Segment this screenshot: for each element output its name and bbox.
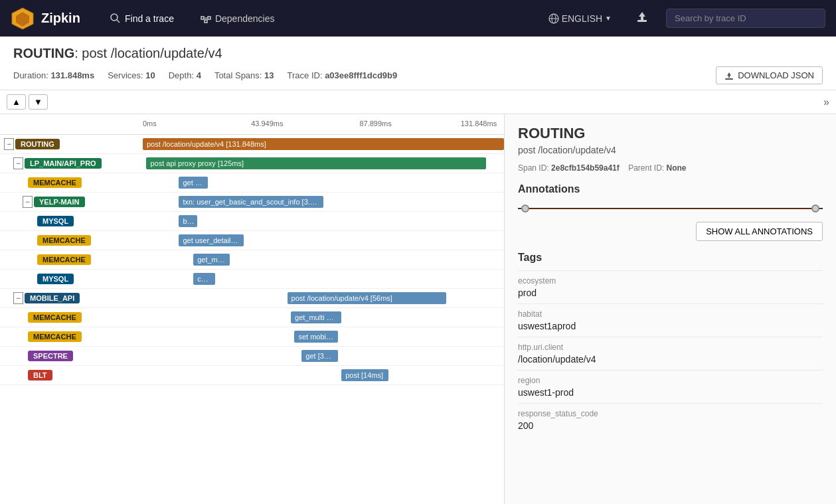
- service-badge[interactable]: LP_MAIN/API_PRO: [25, 158, 102, 169]
- span-bar[interactable]: commit [374μs]: [193, 273, 215, 285]
- span-bar[interactable]: get_multi my_cache_name_v1 [233μs]: [193, 254, 229, 266]
- span-label-area: −YELP-MAIN: [0, 195, 143, 209]
- span-bar-label: get [3ms]: [305, 352, 333, 360]
- span-bar-area: set mobile_api_nonce [1.026ms]: [143, 327, 504, 346]
- service-badge[interactable]: BLT: [28, 370, 52, 380]
- parent-id-label: Parent ID:: [628, 163, 666, 173]
- service-badge[interactable]: MEMCACHE: [28, 331, 82, 342]
- upload-button[interactable]: [631, 7, 653, 30]
- service-badge[interactable]: MOBILE_API: [25, 293, 80, 303]
- svg-line-3: [117, 20, 120, 23]
- nav-find-trace-label: Find a trace: [125, 13, 174, 24]
- span-toggle-button[interactable]: −: [4, 138, 14, 150]
- span-row: MEMCACHEget_multi mobile_api_nonce [1.06…: [0, 308, 504, 327]
- left-panel: 0ms 43.949ms 87.899ms 131.848ms −ROUTING…: [0, 114, 505, 504]
- nav-dependencies-label: Dependencies: [215, 13, 275, 24]
- collapse-down-button[interactable]: ▼: [29, 94, 48, 110]
- tags-section: Tags ecosystemprodhabitatuswest1aprodhtt…: [518, 252, 823, 436]
- span-label-area: MEMCACHE: [0, 330, 143, 343]
- annotation-dot-start: [521, 205, 529, 212]
- parent-id-value: None: [666, 163, 686, 173]
- timeline-times: 0ms 43.949ms 87.899ms 131.848ms: [143, 114, 504, 134]
- span-row: SPECTREget [3ms]: [0, 347, 504, 366]
- span-bar[interactable]: post /location/update/v4 [56ms]: [288, 292, 446, 304]
- service-badge[interactable]: MYSQL: [37, 274, 74, 284]
- service-badge[interactable]: YELP-MAIN: [34, 197, 85, 207]
- span-bar[interactable]: post /location/update/v4 [131.848ms]: [143, 138, 504, 150]
- timeline-labels: [0, 114, 143, 134]
- service-badge[interactable]: SPECTRE: [28, 351, 73, 361]
- span-bar-area: get_multi mobile_api_nonce [1.066ms]: [143, 308, 504, 327]
- tick-1: 43.949ms: [251, 120, 283, 127]
- span-bar-area: post /location/update/v4 [131.848ms]: [143, 135, 504, 153]
- chevron-down-icon: ▼: [605, 15, 612, 22]
- language-label: ENGLISH: [562, 13, 602, 24]
- tick-0: 0ms: [143, 120, 157, 127]
- span-bar-label: begin [445μs]: [183, 217, 193, 225]
- span-bar-label: get my_cache_name_v2 [993μs]: [183, 179, 204, 187]
- service-badge[interactable]: MYSQL: [37, 216, 74, 226]
- zipkin-logo: [11, 7, 35, 31]
- span-row: MYSQLbegin [445μs]: [0, 212, 504, 231]
- svg-point-2: [111, 14, 118, 21]
- timeline-toolbar: ▲ ▼ »: [0, 90, 836, 114]
- span-bar-area: begin [445μs]: [143, 212, 504, 230]
- span-bar[interactable]: txn: user_get_basic_and_scout_info [3.88…: [179, 196, 323, 208]
- span-bar-label: get user_details_cache-20150901 [1.068ms…: [183, 236, 240, 244]
- span-row: −ROUTINGpost /location/update/v4 [131.84…: [0, 135, 504, 154]
- tag-value: /location/update/v4: [518, 354, 823, 365]
- expand-icon[interactable]: »: [823, 96, 829, 108]
- main-content: 0ms 43.949ms 87.899ms 131.848ms −ROUTING…: [0, 114, 836, 504]
- nav-find-trace[interactable]: Find a trace: [104, 9, 181, 28]
- span-row: −MOBILE_APIpost /location/update/v4 [56m…: [0, 289, 504, 308]
- span-bar[interactable]: get_multi mobile_api_nonce [1.066ms]: [291, 311, 341, 323]
- span-toggle-button[interactable]: −: [13, 292, 23, 304]
- span-bar-label: get_multi mobile_api_nonce [1.066ms]: [295, 313, 337, 321]
- trace-id-label: Trace ID: a03ee8fff1dcd9b9: [288, 70, 398, 80]
- span-bar[interactable]: get my_cache_name_v2 [993μs]: [179, 177, 208, 189]
- span-bar-label: post /location/update/v4 [131.848ms]: [147, 140, 266, 148]
- service-badge[interactable]: MEMCACHE: [37, 254, 91, 265]
- annotations-title: Annotations: [518, 183, 823, 195]
- span-bar-label: set mobile_api_nonce [1.026ms]: [298, 333, 333, 341]
- span-bar[interactable]: begin [445μs]: [179, 215, 197, 227]
- search-input[interactable]: [666, 9, 825, 28]
- svg-rect-14: [725, 78, 733, 80]
- span-bar[interactable]: post [14ms]: [341, 369, 388, 381]
- depth-label: Depth: 4: [169, 70, 201, 80]
- span-row: −YELP-MAINtxn: user_get_basic_and_scout_…: [0, 193, 504, 212]
- span-bar[interactable]: post api proxy proxy [125ms]: [146, 157, 485, 169]
- logo[interactable]: Zipkin: [11, 7, 90, 31]
- meta-bar: Duration: 131.848ms Services: 10 Depth: …: [13, 66, 823, 84]
- service-badge[interactable]: ROUTING: [15, 139, 60, 149]
- language-selector[interactable]: ENGLISH ▼: [542, 9, 618, 28]
- collapse-up-button[interactable]: ▲: [7, 94, 26, 110]
- span-bar[interactable]: set mobile_api_nonce [1.026ms]: [294, 331, 337, 343]
- service-badge[interactable]: MEMCACHE: [28, 312, 82, 323]
- show-annotations-button[interactable]: SHOW ALL ANNOTATIONS: [696, 222, 823, 241]
- span-label-area: SPECTRE: [0, 349, 143, 363]
- tags-title: Tags: [518, 252, 823, 264]
- span-toggle-button[interactable]: −: [13, 157, 23, 169]
- service-badge[interactable]: MEMCACHE: [37, 235, 91, 246]
- search-icon: [110, 13, 121, 24]
- upload-icon: [635, 11, 649, 24]
- nav-dependencies[interactable]: Dependencies: [194, 9, 282, 28]
- svg-rect-12: [637, 20, 647, 22]
- right-endpoint: post /location/update/v4: [518, 145, 823, 155]
- span-bar[interactable]: get [3ms]: [301, 350, 337, 362]
- svg-marker-15: [727, 72, 731, 78]
- span-bar-area: get_multi my_cache_name_v1 [233μs]: [143, 250, 504, 269]
- tag-key: region: [518, 376, 823, 385]
- span-label-area: −MOBILE_API: [0, 291, 143, 305]
- span-bar-label: get_multi my_cache_name_v1 [233μs]: [197, 256, 225, 264]
- span-toggle-button[interactable]: −: [23, 196, 33, 208]
- download-json-button[interactable]: DOWNLOAD JSON: [716, 66, 823, 84]
- span-label-area: MEMCACHE: [0, 311, 143, 324]
- spans-container: −ROUTINGpost /location/update/v4 [131.84…: [0, 135, 504, 504]
- span-bar[interactable]: get user_details_cache-20150901 [1.068ms…: [179, 234, 244, 246]
- tick-3: 131.848ms: [461, 120, 497, 127]
- span-row: BLTpost [14ms]: [0, 366, 504, 385]
- tag-key: http.uri.client: [518, 343, 823, 352]
- service-badge[interactable]: MEMCACHE: [28, 177, 82, 188]
